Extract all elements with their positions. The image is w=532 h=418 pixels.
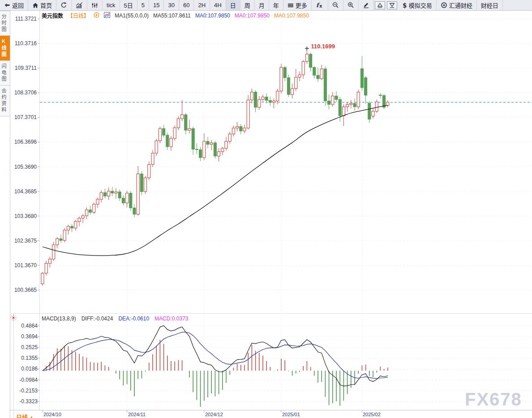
macd-tick-label: -0.0984 (11, 377, 38, 383)
toolbar-back-label: 返回 (12, 1, 24, 9)
price-tick-label: 106.3696 (10, 139, 37, 145)
toolbar-home-label: 首页 (40, 1, 52, 9)
toolbar-period-week[interactable]: 周 (240, 0, 255, 10)
period-tag: 【日线】 (68, 12, 89, 19)
date-tick-label: 2024/12 (205, 412, 223, 417)
panel-divider (10, 313, 532, 314)
price-tick-label: 107.3701 (10, 114, 37, 120)
toolbar-refresh[interactable] (56, 0, 72, 10)
macd-diff-value: DIFF:-0.0424 (82, 316, 113, 322)
bottom-period-tab[interactable]: 日线 ▲ (16, 413, 34, 418)
price-tick-label: 101.3670 (10, 262, 37, 269)
toolbar-period-30-label: 30 (168, 2, 174, 9)
toolbar-period-month[interactable]: 月 (255, 0, 269, 10)
toolbar-tick-label: tick (107, 2, 116, 9)
toolbar-draw[interactable] (359, 0, 374, 10)
chart-canvas[interactable] (0, 0, 532, 418)
macd-tick-label: 0.4864 (11, 323, 38, 329)
toolbar-back[interactable]: 返回 (0, 0, 28, 10)
date-tick-label: 2024/10 (43, 412, 61, 417)
fx678-watermark: FX678 (465, 389, 522, 409)
price-tick-label: 100.3665 (10, 287, 37, 293)
toolbar-period-5[interactable]: 5 (137, 0, 149, 10)
toolbar: 返回首页tick5日51530602H4H日周月年更多fx$模拟交易汇通财经财经… (0, 0, 532, 11)
toolbar-period-5d-label: 5日 (124, 1, 133, 9)
toolbar-period-day-label: 日 (230, 1, 236, 9)
toolbar-flag-down[interactable] (386, 0, 398, 10)
axis-divider (0, 410, 532, 410)
symbol-name: 美元指数 (42, 12, 63, 19)
macd-gutter-divider (13, 313, 14, 418)
toolbar-period-60[interactable]: 60 (179, 0, 194, 10)
toolbar-period-week-label: 周 (245, 1, 250, 9)
sidebar-tab-4[interactable]: 合约资料 (0, 85, 10, 116)
toolbar-finance-calendar-label: 财经日 (481, 1, 498, 9)
sidebar-tab-3[interactable]: 闪电图 (0, 61, 10, 85)
macd-params-label: MACD(13,8,9) (42, 316, 76, 322)
toolbar-more-label: 更多 (296, 1, 307, 9)
toolbar-finance-calendar[interactable]: 财经日 (477, 0, 503, 10)
toolbar-tick[interactable]: tick (103, 0, 120, 10)
toolbar-huitong-finance-label: 汇通财经 (449, 1, 472, 9)
svg-text:x: x (319, 4, 322, 9)
peak-price-label: 110.1699 (311, 43, 335, 50)
toolbar-period-2h-label: 2H (198, 2, 206, 9)
indicator-settings-sun-icon[interactable] (10, 314, 17, 323)
svg-text:$: $ (403, 2, 407, 9)
toolbar-sim-trading[interactable]: $模拟交易 (398, 0, 437, 10)
toolbar-period-15-label: 15 (153, 2, 159, 9)
toolbar-sim-trading-label: 模拟交易 (409, 1, 432, 9)
ma0-value-blue: MA0:107.9850 (195, 13, 230, 19)
toolbar-period-year[interactable]: 年 (269, 0, 283, 10)
toolbar-zoom-out[interactable] (328, 0, 343, 10)
chart-legend-row: 美元指数 【日线】 MA1(55,0,0,0) MA55:107.8611 MA… (42, 12, 309, 19)
toolbar-period-15[interactable]: 15 (149, 0, 164, 10)
trading-app-window: { "toolbar": { "items": [ {"name":"back"… (0, 0, 532, 418)
macd-tick-label: 0.1355 (11, 355, 38, 361)
macd-tick-label: 0.3694 (11, 333, 38, 340)
toolbar-period-5d[interactable]: 5日 (120, 0, 137, 10)
price-tick-label: 111.3721 (10, 16, 37, 22)
date-tick-label: 2025/01 (282, 412, 300, 417)
toolbar-home[interactable]: 首页 (28, 0, 56, 10)
toolbar-period-30[interactable]: 30 (164, 0, 179, 10)
price-tick-label: 105.3690 (10, 164, 37, 170)
mini-chart-icon[interactable] (104, 12, 110, 19)
toolbar-period-5-label: 5 (142, 2, 145, 9)
caret-up-icon: ▲ (30, 415, 34, 418)
toolbar-period-60-label: 60 (183, 2, 189, 9)
price-tick-label: 103.3680 (10, 213, 37, 219)
toolbar-period-day[interactable]: 日 (226, 0, 240, 10)
toolbar-period-month-label: 月 (259, 1, 265, 9)
macd-hist-value: MACD:0.0373 (154, 316, 188, 322)
sidebar-tab-1[interactable]: 分时图 (0, 11, 10, 36)
ma0-value-magenta: MA0:107.9850 (235, 13, 270, 19)
macd-tick-label: 0.0186 (11, 366, 38, 372)
toolbar-more[interactable]: 更多 (283, 0, 312, 10)
price-tick-label: 104.3685 (10, 188, 37, 195)
toolbar-fx-indicators[interactable]: fx (312, 0, 328, 10)
price-tick-label: 108.3706 (10, 90, 37, 96)
macd-tick-label: 0.2525 (11, 344, 38, 350)
ma0-value-orange: MA0:107.9850 (274, 13, 309, 19)
toolbar-period-year-label: 年 (273, 1, 279, 9)
sidebar-tab-2[interactable]: K线图 (0, 36, 10, 61)
add-indicator-icon[interactable] (94, 12, 99, 19)
toolbar-chart-style[interactable] (72, 0, 87, 10)
bottom-period-label: 日线 (16, 413, 28, 418)
price-tick-label: 109.3711 (10, 65, 37, 71)
toolbar-period-4h-label: 4H (214, 2, 222, 9)
toolbar-huitong-finance[interactable]: 汇通财经 (437, 0, 477, 10)
sidebar-tabs: 分时图K线图闪电图合约资料 (0, 11, 10, 418)
toolbar-flag-up[interactable] (374, 0, 386, 10)
toolbar-candle-style[interactable] (87, 0, 103, 10)
macd-legend-row: MACD(13,8,9) DIFF:-0.0424 DEA:-0.0610 MA… (42, 316, 188, 322)
plot-left-border (39, 11, 40, 410)
toolbar-zoom-in[interactable] (343, 0, 359, 10)
macd-tick-label: -0.2153 (11, 388, 38, 394)
macd-tick-label: -0.3323 (11, 398, 38, 405)
toolbar-period-2h[interactable]: 2H (194, 0, 210, 10)
toolbar-period-4h[interactable]: 4H (210, 0, 226, 10)
ma55-value: MA55:107.8611 (153, 13, 191, 19)
date-tick-label: 2025/02 (363, 412, 381, 417)
